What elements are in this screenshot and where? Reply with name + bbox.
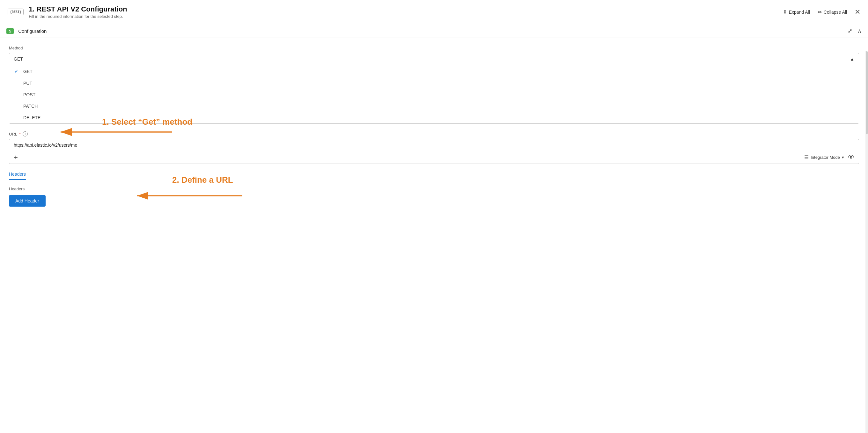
page-title: 1. REST API V2 Configuration xyxy=(29,5,778,13)
scrollbar-thumb[interactable] xyxy=(866,51,868,134)
method-patch-label: PATCH xyxy=(23,104,38,109)
method-put-label: PUT xyxy=(23,81,32,86)
integrator-mode-button[interactable]: ☰ Integrator Mode ▾ xyxy=(804,154,844,160)
method-selected-value: GET xyxy=(14,56,23,62)
method-option-delete[interactable]: DELETE xyxy=(9,112,859,123)
add-url-button[interactable]: + xyxy=(14,154,18,161)
collapse-all-button[interactable]: ⇔ Collapse All xyxy=(817,9,847,15)
headers-field-label: Headers xyxy=(9,187,859,191)
method-get-label: GET xyxy=(23,69,33,74)
expand-icon: ⇕ xyxy=(783,9,787,15)
method-option-get[interactable]: ✓ GET xyxy=(9,65,859,78)
info-icon[interactable]: i xyxy=(23,131,28,136)
headers-content: Headers Add Header xyxy=(9,187,859,207)
main-content: Method GET ▲ ✓ GET PUT POST PATCH xyxy=(0,38,868,214)
step-badge: 5 xyxy=(6,28,14,34)
page-header: {REST} 1. REST API V2 Configuration Fill… xyxy=(0,0,868,24)
method-delete-label: DELETE xyxy=(23,115,40,120)
section-bar: 5 Configuration ⤢ ∧ xyxy=(0,24,868,38)
section-title: Configuration xyxy=(18,28,847,34)
url-label: URL * i xyxy=(9,131,859,136)
url-section: URL * i + ☰ Integrator Mode ▾ 👁 xyxy=(9,131,859,164)
method-option-patch[interactable]: PATCH xyxy=(9,100,859,112)
method-select-header[interactable]: GET ▲ xyxy=(9,53,859,65)
header-actions: ⇕ Expand All ⇔ Collapse All ✕ xyxy=(783,9,860,16)
close-button[interactable]: ✕ xyxy=(855,9,860,16)
collapse-all-label: Collapse All xyxy=(824,9,847,15)
integrator-mode-icon: ☰ xyxy=(804,154,809,160)
headers-tab[interactable]: Headers xyxy=(9,172,26,180)
method-post-label: POST xyxy=(23,92,35,97)
method-option-put[interactable]: PUT xyxy=(9,78,859,89)
url-input[interactable] xyxy=(9,140,859,151)
scrollbar-track[interactable] xyxy=(865,51,868,214)
collapse-icon: ⇔ xyxy=(817,9,822,15)
toolbar-right: ☰ Integrator Mode ▾ 👁 xyxy=(804,154,854,161)
url-label-text: URL xyxy=(9,132,17,136)
expand-all-button[interactable]: ⇕ Expand All xyxy=(783,9,810,15)
expand-all-label: Expand All xyxy=(789,9,810,15)
fullscreen-button[interactable]: ⤢ xyxy=(847,27,852,34)
method-option-post[interactable]: POST xyxy=(9,89,859,100)
integrator-mode-label: Integrator Mode xyxy=(811,155,840,160)
add-header-button[interactable]: Add Header xyxy=(9,195,45,207)
header-titles: 1. REST API V2 Configuration Fill in the… xyxy=(29,5,778,19)
chevron-up-icon: ▲ xyxy=(850,56,854,62)
chevron-down-icon: ▾ xyxy=(842,155,844,160)
required-star: * xyxy=(19,132,21,136)
check-icon: ✓ xyxy=(14,68,20,74)
url-toolbar: + ☰ Integrator Mode ▾ 👁 xyxy=(9,151,859,163)
method-dropdown: ✓ GET PUT POST PATCH DELETE xyxy=(9,65,859,123)
rest-badge: {REST} xyxy=(8,9,24,15)
method-label: Method xyxy=(9,45,859,51)
method-select[interactable]: GET ▲ ✓ GET PUT POST PATCH DELETE xyxy=(9,53,859,124)
section-icons: ⤢ ∧ xyxy=(847,27,862,34)
page-subtitle: Fill in the required information for the… xyxy=(29,14,778,19)
preview-icon[interactable]: 👁 xyxy=(848,154,854,161)
url-input-wrapper: + ☰ Integrator Mode ▾ 👁 xyxy=(9,139,859,164)
collapse-section-button[interactable]: ∧ xyxy=(858,27,862,34)
headers-section: Headers xyxy=(9,172,859,180)
